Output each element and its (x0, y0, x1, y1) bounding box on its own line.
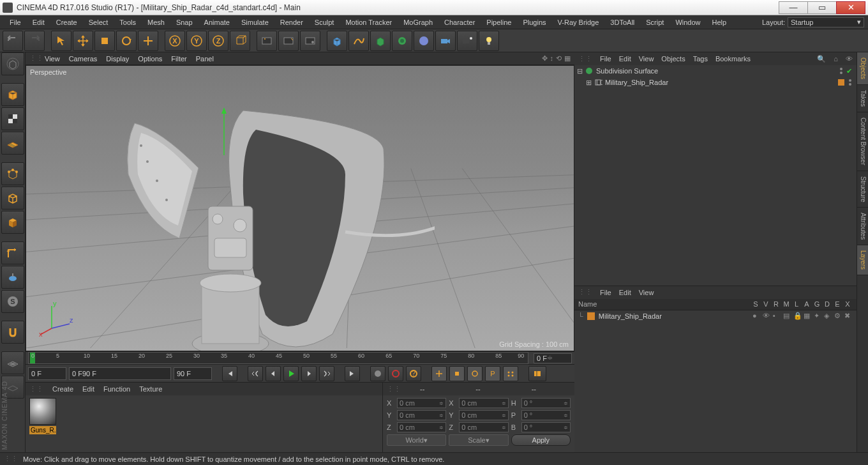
layout-dropdown[interactable]: Startup▾ (788, 17, 864, 27)
manager-icon[interactable]: ▤ (783, 312, 791, 320)
texture-mode-button[interactable] (1, 107, 24, 130)
layer-col-m[interactable]: M (781, 300, 791, 308)
tab-layers[interactable]: Layers (857, 245, 868, 275)
layer-col-v[interactable]: V (761, 300, 771, 308)
play-button[interactable] (283, 366, 299, 381)
workplane-grid-button[interactable] (1, 351, 24, 374)
pos-key-button[interactable] (431, 366, 447, 381)
render-settings-button[interactable] (300, 31, 320, 51)
pla-key-button[interactable] (503, 366, 518, 381)
menu-help[interactable]: Help (707, 17, 733, 28)
coord-scale-dropdown[interactable]: Scale ▾ (449, 434, 508, 446)
axis-mode-button[interactable] (1, 241, 24, 264)
tab-objects[interactable]: Objects (857, 52, 868, 85)
autokey-button[interactable] (388, 366, 403, 381)
edges-mode-button[interactable] (1, 187, 24, 210)
menu-mesh[interactable]: Mesh (142, 17, 170, 28)
obj-eye-icon[interactable]: 👁 (846, 55, 853, 63)
layer-col-a[interactable]: A (802, 300, 812, 308)
obj-menu-objects[interactable]: Objects (661, 55, 685, 63)
obj-menu-file[interactable]: File (600, 55, 611, 63)
viewport-3d[interactable]: Perspective (26, 65, 574, 351)
coord-apply-button[interactable]: Apply (511, 434, 571, 446)
object-row-radar[interactable]: ⊞ L0 Military_Ship_Radar (574, 77, 857, 88)
menu-plugins[interactable]: Plugins (517, 17, 551, 28)
pos-x-field[interactable]: 0 cm≑ (397, 398, 446, 408)
obj-search-icon[interactable]: 🔍 (817, 55, 826, 63)
xref-icon[interactable]: ✖ (844, 312, 853, 320)
make-editable-button[interactable] (1, 52, 24, 75)
menu-3dtoall[interactable]: 3DToAll (604, 17, 640, 28)
layer-col-d[interactable]: D (822, 300, 832, 308)
param-key-button[interactable]: P (485, 366, 500, 381)
menu-render[interactable]: Render (274, 17, 309, 28)
menu-simulate[interactable]: Simulate (236, 17, 274, 28)
mat-menu-function[interactable]: Function (103, 385, 130, 393)
layer-row[interactable]: └ Military_Ship_Radar ● 👁 ▪ ▤ 🔒 ▦ ✦ ◈ (574, 310, 857, 322)
timeline[interactable]: 05 1015 2025 3035 4045 5055 6065 7075 80… (26, 351, 574, 364)
layer-col-l[interactable]: L (791, 300, 802, 308)
goto-prevkey-button[interactable] (248, 366, 263, 381)
coord-world-dropdown[interactable]: World ▾ (387, 434, 446, 446)
record-button[interactable] (370, 366, 385, 381)
tab-attributes[interactable]: Attributes (857, 208, 868, 245)
next-frame-button[interactable] (301, 366, 317, 381)
last-tool[interactable] (138, 31, 158, 51)
z-axis-lock[interactable]: Z (208, 31, 228, 51)
goto-start-button[interactable] (222, 366, 237, 381)
mat-menu-texture[interactable]: Texture (139, 385, 162, 393)
obj-menu-edit[interactable]: Edit (619, 55, 631, 63)
lock-icon[interactable]: 🔒 (793, 312, 802, 320)
layer-tag[interactable] (837, 79, 845, 86)
add-environment-button[interactable] (414, 31, 434, 51)
range-end-field[interactable]: 90 F (174, 367, 212, 380)
rot-b-field[interactable]: 0 °≑ (521, 422, 571, 432)
scale-key-button[interactable] (449, 366, 465, 381)
grip-icon[interactable]: ⋮⋮ (4, 455, 18, 463)
model-mode-button[interactable] (1, 83, 24, 106)
vp-nav-move-icon[interactable]: ✥ (542, 54, 548, 63)
x-axis-lock[interactable]: X (165, 31, 185, 51)
layer-color-swatch[interactable] (587, 312, 595, 320)
menu-mograph[interactable]: MoGraph (398, 17, 438, 28)
add-deformer-button[interactable] (392, 31, 412, 51)
add-spline-button[interactable] (348, 31, 369, 51)
animation-layer-button[interactable] (528, 366, 546, 381)
mat-menu-create[interactable]: Create (52, 385, 73, 393)
workplane-mode-button[interactable] (1, 132, 24, 155)
menu-snap[interactable]: Snap (170, 17, 198, 28)
live-select-tool[interactable] (51, 31, 71, 51)
material-thumbnail[interactable]: Guns_R... (28, 398, 57, 434)
visibility-dot[interactable] (837, 67, 845, 75)
vp-menu-view[interactable]: View (45, 55, 60, 63)
layer-col-x[interactable]: X (842, 300, 853, 308)
rot-p-field[interactable]: 0 °≑ (521, 410, 571, 420)
points-mode-button[interactable] (1, 162, 24, 185)
add-camera2-button[interactable] (457, 31, 477, 51)
vp-menu-panel[interactable]: Panel (196, 55, 214, 63)
pos-y-field[interactable]: 0 cm≑ (397, 410, 446, 420)
rot-h-field[interactable]: 0 °≑ (521, 398, 571, 408)
coord-system-button[interactable] (230, 31, 250, 51)
range-slider[interactable]: 0 F90 F (69, 367, 171, 380)
visibility-dot[interactable] (846, 79, 854, 86)
menu-script[interactable]: Script (640, 17, 670, 28)
gen-icon[interactable]: ✦ (814, 312, 822, 320)
anim-icon[interactable]: ▦ (804, 312, 812, 320)
add-cube-button[interactable] (327, 31, 347, 51)
menu-window[interactable]: Window (670, 17, 706, 28)
current-frame-field[interactable]: 0 F≑ (534, 353, 572, 363)
size-y-field[interactable]: 0 cm≑ (459, 410, 508, 420)
render-picture-button[interactable] (278, 31, 299, 51)
timeline-ruler[interactable]: 05 1015 2025 3035 4045 5055 6065 7075 80… (28, 352, 528, 364)
obj-menu-view[interactable]: View (639, 55, 654, 63)
add-generator-button[interactable] (370, 31, 391, 51)
tab-content-browser[interactable]: Content Browser (857, 112, 868, 171)
vp-nav-rotate-icon[interactable]: ⟲ (556, 54, 562, 63)
scale-tool[interactable] (94, 31, 115, 51)
undo-button[interactable] (3, 31, 23, 51)
menu-select[interactable]: Select (83, 17, 114, 28)
vp-menu-filter[interactable]: Filter (171, 55, 186, 63)
obj-menu-bookmarks[interactable]: Bookmarks (715, 55, 751, 63)
tab-structure[interactable]: Structure (857, 171, 868, 208)
